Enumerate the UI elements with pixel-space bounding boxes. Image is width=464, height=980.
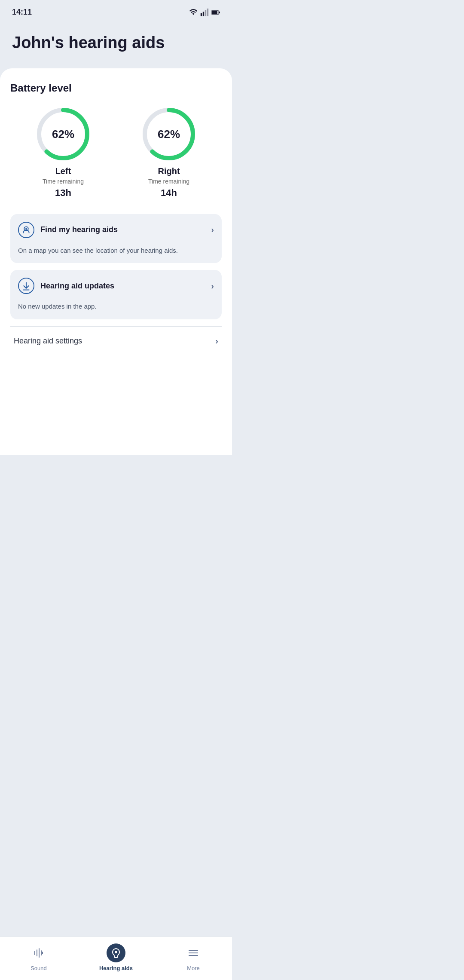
find-hearing-aids-header[interactable]: Find my hearing aids ›	[10, 214, 222, 246]
battery-right-time: 14h	[161, 187, 177, 199]
svg-rect-0	[201, 13, 202, 16]
hearing-aid-updates-card[interactable]: Hearing aid updates › No new updates in …	[10, 270, 222, 319]
svg-rect-3	[207, 8, 208, 16]
hearing-aid-updates-header[interactable]: Hearing aid updates ›	[10, 270, 222, 302]
find-hearing-aids-body: On a map you can see the location of you…	[10, 246, 222, 263]
hearing-aid-updates-body: No new updates in the app.	[10, 302, 222, 319]
battery-right: 62% Right Time remaining 14h	[141, 106, 197, 199]
battery-right-percent: 62%	[158, 127, 180, 141]
battery-left-circle: 62%	[35, 106, 91, 162]
hearing-aid-updates-title: Hearing aid updates	[40, 282, 114, 291]
battery-left: 62% Left Time remaining 13h	[35, 106, 91, 199]
svg-rect-6	[212, 11, 217, 13]
svg-point-13	[25, 228, 27, 230]
find-hearing-aids-left: Find my hearing aids	[18, 222, 118, 238]
find-hearing-aids-title: Find my hearing aids	[40, 225, 118, 234]
battery-left-percent: 62%	[52, 127, 74, 141]
svg-rect-2	[205, 10, 206, 16]
hearing-aid-settings-label: Hearing aid settings	[14, 337, 82, 346]
svg-rect-5	[219, 11, 220, 13]
battery-left-remaining-label: Time remaining	[43, 178, 84, 185]
header: John's hearing aids	[0, 21, 232, 68]
battery-right-name: Right	[158, 166, 180, 176]
battery-row: 62% Left Time remaining 13h 62% Right Ti…	[10, 106, 222, 199]
wifi-icon	[189, 8, 198, 17]
settings-chevron-icon: ›	[215, 336, 218, 346]
battery-section: Battery level 62% Left Time remaining 13…	[10, 82, 222, 199]
hearing-aid-settings-row[interactable]: Hearing aid settings ›	[10, 326, 222, 355]
find-hearing-aids-card[interactable]: Find my hearing aids › On a map you can …	[10, 214, 222, 263]
status-icons	[189, 8, 220, 17]
bottom-spacer	[10, 355, 222, 398]
updates-chevron-icon: ›	[211, 281, 214, 291]
battery-left-time: 13h	[55, 187, 71, 199]
location-icon	[18, 222, 34, 238]
battery-right-circle: 62%	[141, 106, 197, 162]
svg-rect-1	[203, 12, 204, 16]
status-bar: 14:11	[0, 0, 232, 21]
main-card: Battery level 62% Left Time remaining 13…	[0, 68, 232, 455]
battery-status-icon	[211, 8, 220, 17]
status-time: 14:11	[12, 8, 32, 17]
battery-section-title: Battery level	[10, 82, 222, 94]
download-icon	[18, 278, 34, 294]
battery-right-remaining-label: Time remaining	[148, 178, 189, 185]
hearing-aid-updates-left: Hearing aid updates	[18, 278, 114, 294]
page-title: John's hearing aids	[12, 33, 220, 53]
find-chevron-icon: ›	[211, 225, 214, 235]
battery-left-name: Left	[55, 166, 71, 176]
signal-icon	[200, 8, 209, 17]
